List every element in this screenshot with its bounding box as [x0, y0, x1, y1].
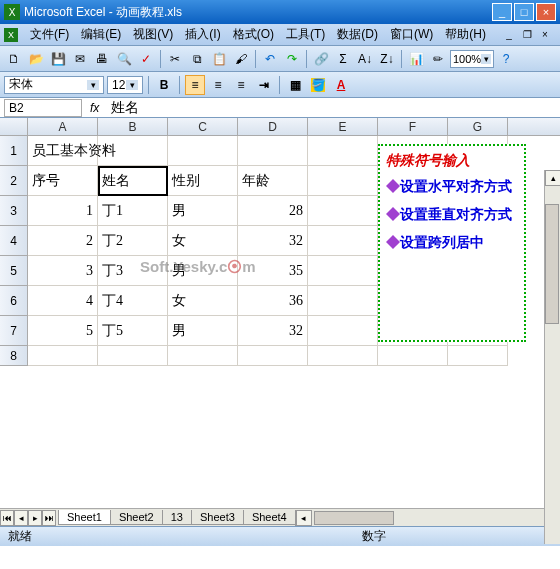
zoom-field[interactable]: 100%▾: [450, 50, 494, 68]
format-painter-icon[interactable]: 🖌: [231, 49, 251, 69]
row-header[interactable]: 5: [0, 256, 28, 286]
align-left-button[interactable]: ≡: [185, 75, 205, 95]
formula-value[interactable]: 姓名: [107, 99, 560, 117]
cell[interactable]: 丁4: [98, 286, 168, 316]
cell[interactable]: 年龄: [238, 166, 308, 196]
cell[interactable]: 32: [238, 226, 308, 256]
cell[interactable]: [308, 136, 378, 166]
preview-icon[interactable]: 🔍: [114, 49, 134, 69]
col-header-F[interactable]: F: [378, 118, 448, 135]
maximize-button[interactable]: □: [514, 3, 534, 21]
font-size-field[interactable]: 12▾: [107, 76, 143, 94]
titlebar[interactable]: X Microsoft Excel - 动画教程.xls _ □ ×: [0, 0, 560, 24]
col-header-C[interactable]: C: [168, 118, 238, 135]
tab-first-icon[interactable]: ⏮: [0, 510, 14, 526]
cell[interactable]: 3: [28, 256, 98, 286]
doc-minimize[interactable]: _: [502, 28, 516, 42]
font-name-field[interactable]: 宋体▾: [4, 76, 104, 94]
name-box[interactable]: B2: [4, 99, 82, 117]
borders-button[interactable]: ▦: [285, 75, 305, 95]
menu-format[interactable]: 格式(O): [227, 24, 280, 45]
bold-button[interactable]: B: [154, 75, 174, 95]
cell[interactable]: [308, 196, 378, 226]
cell[interactable]: [308, 286, 378, 316]
spellcheck-icon[interactable]: ✓: [136, 49, 156, 69]
new-icon[interactable]: 🗋: [4, 49, 24, 69]
cell[interactable]: 36: [238, 286, 308, 316]
menu-edit[interactable]: 编辑(E): [75, 24, 127, 45]
cell[interactable]: [238, 346, 308, 366]
cell[interactable]: [28, 346, 98, 366]
cell[interactable]: [378, 346, 448, 366]
cell[interactable]: [168, 346, 238, 366]
vertical-scrollbar[interactable]: ▴: [544, 170, 560, 544]
horizontal-scrollbar[interactable]: ◂ ▸: [295, 510, 560, 526]
cell[interactable]: [168, 136, 238, 166]
close-button[interactable]: ×: [536, 3, 556, 21]
help-icon[interactable]: ?: [496, 49, 516, 69]
col-header-D[interactable]: D: [238, 118, 308, 135]
menu-tools[interactable]: 工具(T): [280, 24, 331, 45]
sheet-tab[interactable]: Sheet3: [191, 510, 244, 525]
col-header-E[interactable]: E: [308, 118, 378, 135]
minimize-button[interactable]: _: [492, 3, 512, 21]
open-icon[interactable]: 📂: [26, 49, 46, 69]
cell[interactable]: [308, 316, 378, 346]
copy-icon[interactable]: ⧉: [187, 49, 207, 69]
merge-center-button[interactable]: ⇥: [254, 75, 274, 95]
row-header[interactable]: 8: [0, 346, 28, 366]
menu-insert[interactable]: 插入(I): [179, 24, 226, 45]
cell[interactable]: [238, 136, 308, 166]
cut-icon[interactable]: ✂: [165, 49, 185, 69]
doc-restore[interactable]: ❐: [520, 28, 534, 42]
autosum-icon[interactable]: Σ: [333, 49, 353, 69]
sheet-tab[interactable]: Sheet4: [243, 510, 296, 525]
menu-window[interactable]: 窗口(W): [384, 24, 439, 45]
paste-icon[interactable]: 📋: [209, 49, 229, 69]
row-header[interactable]: 3: [0, 196, 28, 226]
tab-prev-icon[interactable]: ◂: [14, 510, 28, 526]
cell[interactable]: 序号: [28, 166, 98, 196]
cell[interactable]: 女: [168, 286, 238, 316]
font-color-button[interactable]: A: [331, 75, 351, 95]
cell[interactable]: 丁1: [98, 196, 168, 226]
save-icon[interactable]: 💾: [48, 49, 68, 69]
sheet-tab[interactable]: 13: [162, 510, 192, 525]
row-header[interactable]: 4: [0, 226, 28, 256]
menu-data[interactable]: 数据(D): [331, 24, 384, 45]
cell[interactable]: [308, 256, 378, 286]
cell[interactable]: 28: [238, 196, 308, 226]
row-header[interactable]: 7: [0, 316, 28, 346]
col-header-G[interactable]: G: [448, 118, 508, 135]
row-header[interactable]: 1: [0, 136, 28, 166]
print-icon[interactable]: 🖶: [92, 49, 112, 69]
doc-close[interactable]: ×: [538, 28, 552, 42]
scroll-thumb[interactable]: [545, 204, 559, 324]
col-header-B[interactable]: B: [98, 118, 168, 135]
menu-file[interactable]: 文件(F): [24, 24, 75, 45]
chart-icon[interactable]: 📊: [406, 49, 426, 69]
row-header[interactable]: 6: [0, 286, 28, 316]
cell[interactable]: 4: [28, 286, 98, 316]
sort-desc-icon[interactable]: Z↓: [377, 49, 397, 69]
align-right-button[interactable]: ≡: [231, 75, 251, 95]
menu-help[interactable]: 帮助(H): [439, 24, 492, 45]
cell[interactable]: 32: [238, 316, 308, 346]
cell[interactable]: 男: [168, 196, 238, 226]
cell[interactable]: 2: [28, 226, 98, 256]
active-cell[interactable]: 姓名: [98, 166, 168, 196]
cell[interactable]: [308, 166, 378, 196]
row-header[interactable]: 2: [0, 166, 28, 196]
undo-icon[interactable]: ↶: [260, 49, 280, 69]
sheet-tab[interactable]: Sheet1: [58, 510, 111, 525]
cell[interactable]: 性别: [168, 166, 238, 196]
col-header-A[interactable]: A: [28, 118, 98, 135]
align-center-button[interactable]: ≡: [208, 75, 228, 95]
sheet-tab[interactable]: Sheet2: [110, 510, 163, 525]
menu-view[interactable]: 视图(V): [127, 24, 179, 45]
cell[interactable]: 5: [28, 316, 98, 346]
drawing-icon[interactable]: ✏: [428, 49, 448, 69]
cell[interactable]: 丁2: [98, 226, 168, 256]
fx-button[interactable]: fx: [82, 101, 107, 115]
cell[interactable]: [308, 346, 378, 366]
